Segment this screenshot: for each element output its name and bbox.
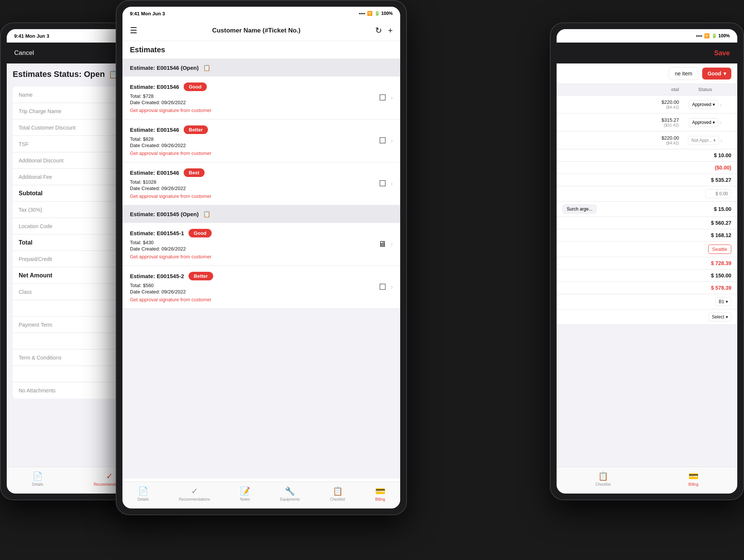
estimate-card-3[interactable]: Estimate: E001546 Best Total: $1028 Date… (122, 162, 400, 205)
right-tab-bar: 📋 Checklist 💳 Billing (557, 467, 737, 494)
tab-checklist-right[interactable]: 📋 Checklist (595, 472, 611, 486)
right-toolbar: ne Item Good ▾ (557, 63, 737, 84)
card5-name: Estimate: E001545-2 (130, 273, 184, 279)
billing-row-2-totals: $315.27 ($31.42) (649, 117, 679, 127)
card3-approval[interactable]: Get approval signature from customer (130, 193, 393, 199)
card2-name: Estimate: E001546 (130, 127, 179, 133)
billing-row-2-status-label: Approved (692, 120, 711, 125)
summary-value-tax: $ 168.12 (711, 232, 732, 238)
summary-row-location: Seattle (557, 242, 737, 257)
card2-approval[interactable]: Get approval signature from customer (130, 150, 393, 156)
summary-value-total1: $ 560.27 (711, 220, 732, 226)
tab-billing-center[interactable]: 💳 Billing (375, 486, 385, 501)
tab-label-billing-center: Billing (375, 497, 385, 501)
card4-badge: Good (189, 229, 212, 237)
dropdown-chevron-icon: ▾ (723, 71, 726, 77)
billing-row-3-totals: $220.00 ($4.42) (649, 135, 679, 145)
summary-input-container (705, 189, 731, 198)
card2-checkbox[interactable]: ☐ (379, 136, 386, 146)
card5-checkbox[interactable]: ☐ (379, 282, 386, 292)
equipments-icon-center: 🔧 (285, 486, 295, 496)
add-button[interactable]: + (388, 26, 393, 35)
card1-date: Date Created: 09/26/2022 (130, 100, 393, 105)
estimate-card-2[interactable]: Estimate: E001546 Better Total: $828 Dat… (122, 119, 400, 162)
class-dropdown[interactable]: B1 ▾ (715, 297, 731, 306)
billing-row-3-total: $220.00 (649, 135, 679, 141)
card1-approval[interactable]: Get approval signature from customer (130, 108, 393, 113)
card1-checkbox[interactable]: ☐ (379, 93, 386, 103)
add-line-label: ne Item (675, 71, 692, 77)
class-dropdown-chevron: ▾ (726, 299, 728, 304)
card5-approval[interactable]: Get approval signature from customer (130, 297, 393, 302)
tab-billing-right[interactable]: 💳 Billing (688, 472, 698, 486)
card3-checkbox[interactable]: ☐ (379, 179, 386, 189)
card2-badge: Better (184, 125, 208, 134)
tab-checklist-center[interactable]: 📋 Checklist (330, 486, 345, 501)
tab-label-checklist-center: Checklist (330, 497, 345, 501)
billing-row-2-status-dropdown[interactable]: Approved ▾ (689, 118, 718, 127)
refresh-button[interactable]: ↻ (375, 26, 382, 35)
good-label: Good (707, 71, 721, 77)
save-button[interactable]: Save (714, 49, 730, 57)
tab-details-left[interactable]: 📄 Details (32, 472, 44, 486)
right-signal-icon: ▪▪▪▪ (696, 33, 702, 38)
card1-total: Total: $728 (130, 93, 393, 99)
billing-row-3: $220.00 ($4.42) Not Appr... ▾ › (557, 131, 737, 149)
menu-button[interactable]: ☰ (130, 26, 137, 35)
tab-recommendations-center[interactable]: ✓ Recommendations (179, 486, 210, 501)
card2-header: Estimate: E001546 Better (130, 125, 393, 134)
card1-right: ☐ › (379, 93, 393, 103)
summary-row-prepaid: $ 150.00 (557, 270, 737, 282)
card2-right: ☐ › (379, 136, 393, 146)
estimate-card-4[interactable]: Estimate: E001545-1 Good Total: $430 Dat… (122, 223, 400, 266)
signal-icon: ▪▪▪▪ (359, 11, 365, 16)
add-line-item-button[interactable]: ne Item (669, 67, 699, 80)
notes-icon-center: 📝 (240, 486, 250, 496)
billing-row-1: $220.00 ($4.42) Approved ▾ › (557, 96, 737, 113)
card1-badge: Good (184, 83, 207, 91)
recommendations-icon-center: ✓ (191, 486, 198, 496)
estimate-card-5[interactable]: Estimate: E001545-2 Better Total: $560 D… (122, 266, 400, 309)
billing-row-1-subtotal: ($4.42) (649, 105, 679, 109)
tab-equipments-center[interactable]: 🔧 Equipments (280, 486, 300, 501)
billing-row-1-arrow: › (720, 102, 722, 108)
billing-table: $220.00 ($4.42) Approved ▾ › $315.27 ($3… (557, 96, 737, 478)
recommendations-icon-left: ✓ (106, 472, 113, 481)
billing-icon-right: 💳 (688, 472, 698, 481)
wifi-icon: 🛜 (367, 11, 373, 16)
card4-approval[interactable]: Get approval signature from customer (130, 254, 393, 259)
good-dropdown-button[interactable]: Good ▾ (702, 68, 731, 80)
center-tablet-screen: 9:41 Mon Jun 3 ▪▪▪▪ 🛜 🔋 100% ☰ Customer … (122, 7, 400, 508)
summary-row-total1: $ 560.27 (557, 217, 737, 229)
tab-label-checklist-right: Checklist (595, 482, 611, 486)
estimates-title: Estimates (130, 46, 165, 54)
estimate-card-1[interactable]: Estimate: E001546 Good Total: $728 Date … (122, 77, 400, 119)
surcharge-button[interactable]: Surch arge... (563, 205, 597, 214)
tab-details-center[interactable]: 📄 Details (137, 486, 149, 501)
select-dropdown[interactable]: Select ▾ (709, 312, 731, 321)
billing-row-3-status-cell: Not Appr... ▾ › (679, 136, 731, 145)
tab-label-details-left: Details (32, 482, 44, 486)
monitor-icon: 🖥 (378, 239, 386, 249)
cancel-button[interactable]: Cancel (14, 49, 34, 57)
billing-row-1-chevron: ▾ (713, 102, 715, 107)
billing-row-3-arrow: › (720, 137, 722, 143)
card4-total: Total: $430 (130, 240, 393, 245)
billing-row-1-status-dropdown[interactable]: Approved ▾ (689, 100, 718, 109)
summary-row-input (557, 186, 737, 202)
checklist-icon-center: 📋 (333, 486, 343, 496)
checklist-icon-right: 📋 (598, 472, 608, 481)
tab-notes-center[interactable]: 📝 Notes (240, 486, 250, 501)
form-label-net: Net Amount (19, 272, 52, 279)
card4-right: 🖥 › (378, 239, 393, 249)
summary-value-net: $ 578.39 (711, 285, 732, 291)
summary-value-discount: ($0.00) (715, 165, 731, 171)
billing-row-3-status-dropdown[interactable]: Not Appr... ▾ (688, 136, 719, 145)
billing-row-2: $315.27 ($31.42) Approved ▾ › (557, 113, 737, 131)
card5-right: ☐ › (379, 282, 393, 292)
estimates-content: Estimate: E001546 (Open) 📋 Estimate: E00… (122, 59, 400, 479)
tab-label-equipments-center: Equipments (280, 497, 300, 501)
summary-row-discount: ($0.00) (557, 162, 737, 174)
billing-row-2-subtotal: ($31.42) (649, 123, 679, 127)
summary-input-field[interactable] (705, 189, 731, 198)
